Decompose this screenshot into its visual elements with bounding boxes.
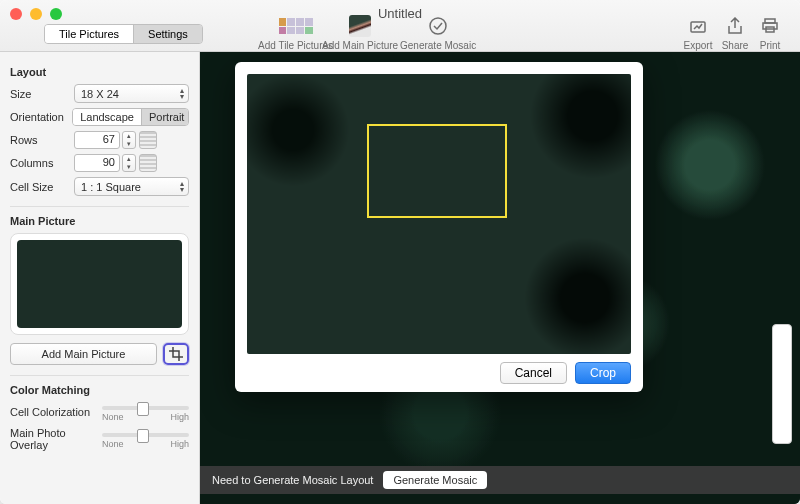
color-matching-heading: Color Matching: [10, 384, 189, 396]
toolbar-print[interactable]: Print: [750, 14, 790, 51]
generate-icon: [418, 14, 458, 38]
chevron-updown-icon: ▴▾: [180, 88, 184, 100]
cell-colorization-slider[interactable]: [102, 406, 189, 410]
cell-size-value: 1 : 1 Square: [81, 181, 141, 193]
slider-high-label: High: [170, 412, 189, 422]
chevron-updown-icon: ▴▾: [180, 181, 184, 193]
orientation-segmented[interactable]: Landscape Portrait: [72, 108, 189, 126]
columns-label: Columns: [10, 157, 74, 169]
crop-confirm-button[interactable]: Crop: [575, 362, 631, 384]
toolbar-export[interactable]: Export: [678, 14, 718, 51]
slider-none-label: None: [102, 439, 124, 449]
zoom-slider[interactable]: [772, 324, 792, 444]
status-message: Need to Generate Mosaic Layout: [212, 474, 373, 486]
size-value: 18 X 24: [81, 88, 119, 100]
toolbar-export-label: Export: [684, 40, 713, 51]
toolbar-share[interactable]: Share: [715, 14, 755, 51]
orientation-label: Orientation: [10, 111, 72, 123]
tab-settings[interactable]: Settings: [133, 25, 202, 43]
export-icon: [678, 14, 718, 38]
toolbar-share-label: Share: [722, 40, 749, 51]
columns-stepper[interactable]: ▴▾: [122, 154, 136, 172]
titlebar: Untitled Tile Pictures Settings Add Tile…: [0, 0, 800, 52]
generate-mosaic-button[interactable]: Generate Mosaic: [383, 471, 487, 489]
orientation-landscape[interactable]: Landscape: [73, 109, 141, 125]
svg-point-0: [430, 18, 446, 34]
slider-high-label: High: [170, 439, 189, 449]
slider-none-label: None: [102, 412, 124, 422]
sidebar: Layout Size 18 X 24▴▾ Orientation Landsc…: [0, 52, 200, 504]
share-icon: [715, 14, 755, 38]
rows-stepper[interactable]: ▴▾: [122, 131, 136, 149]
columns-field[interactable]: 90: [74, 154, 120, 172]
print-icon: [750, 14, 790, 38]
toolbar-add-main-label: Add Main Picture: [322, 40, 398, 51]
toolbar-generate-label: Generate Mosaic: [400, 40, 476, 51]
main-overlay-label: Main Photo Overlay: [10, 427, 102, 451]
orientation-portrait[interactable]: Portrait: [141, 109, 189, 125]
status-bar: Need to Generate Mosaic Layout Generate …: [200, 466, 800, 494]
main-overlay-slider[interactable]: [102, 433, 189, 437]
columns-grid-icon[interactable]: [139, 154, 157, 172]
canvas-area: Need to Generate Mosaic Layout Generate …: [200, 52, 800, 504]
main-picture-heading: Main Picture: [10, 215, 189, 227]
tile-grid-icon: [276, 14, 316, 38]
toolbar-generate[interactable]: Generate Mosaic: [400, 14, 476, 51]
toolbar-print-label: Print: [760, 40, 781, 51]
main-picture-thumb[interactable]: [17, 240, 182, 328]
rows-label: Rows: [10, 134, 74, 146]
cancel-button[interactable]: Cancel: [500, 362, 567, 384]
crop-dialog: Cancel Crop: [235, 62, 643, 392]
layout-heading: Layout: [10, 66, 189, 78]
size-select[interactable]: 18 X 24▴▾: [74, 84, 189, 103]
svg-rect-3: [763, 23, 777, 29]
crop-image[interactable]: [247, 74, 631, 354]
main-picture-icon: [340, 14, 380, 38]
size-label: Size: [10, 88, 74, 100]
mode-segmented-control[interactable]: Tile Pictures Settings: [44, 24, 203, 44]
rows-field[interactable]: 67: [74, 131, 120, 149]
cell-size-label: Cell Size: [10, 181, 74, 193]
crop-button[interactable]: [163, 343, 189, 365]
main-picture-well: [10, 233, 189, 335]
tab-tile-pictures[interactable]: Tile Pictures: [45, 25, 133, 43]
toolbar-add-main[interactable]: Add Main Picture: [322, 14, 398, 51]
rows-grid-icon[interactable]: [139, 131, 157, 149]
add-main-picture-button[interactable]: Add Main Picture: [10, 343, 157, 365]
cell-colorization-label: Cell Colorization: [10, 406, 102, 418]
crop-rectangle[interactable]: [367, 124, 507, 218]
cell-size-select[interactable]: 1 : 1 Square▴▾: [74, 177, 189, 196]
